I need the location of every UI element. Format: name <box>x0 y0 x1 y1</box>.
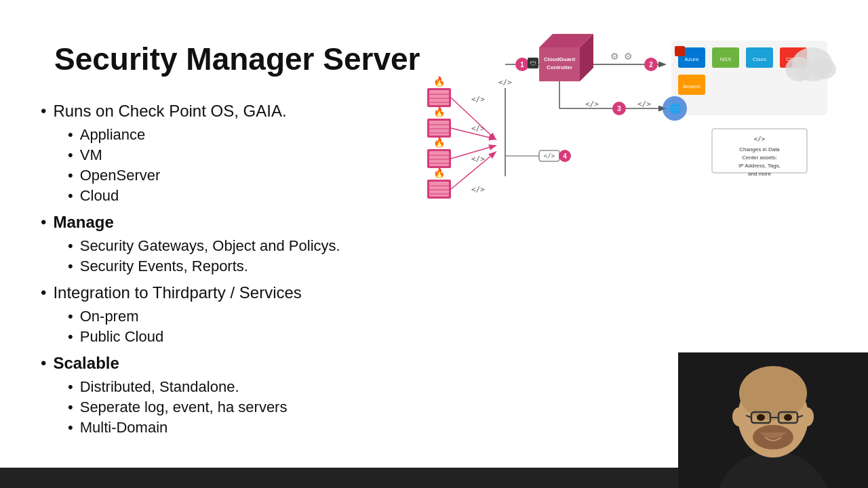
sub-bullet-dot: • <box>68 419 73 436</box>
svg-text:1: 1 <box>520 61 524 68</box>
svg-rect-7 <box>429 121 449 136</box>
scalable-label: Scalable <box>53 354 119 372</box>
sub-bullet-dot: • <box>68 328 73 346</box>
section-scalable: • Scalable • Distributed, Standalone. • … <box>41 354 434 436</box>
svg-text:🔥: 🔥 <box>433 106 446 118</box>
bottom-bar <box>0 468 678 488</box>
sub-item-multidomain: • Multi-Domain <box>68 419 434 436</box>
publiccloud-label: Public Cloud <box>80 328 164 346</box>
events-label: Security Events, Reports. <box>80 258 248 275</box>
sub-bullet-dot: • <box>68 258 73 275</box>
section-manage: • Manage • Security Gateways, Object and… <box>41 213 434 275</box>
svg-text:2: 2 <box>649 61 653 68</box>
svg-point-75 <box>812 59 836 79</box>
sub-bullet-dot: • <box>68 187 73 205</box>
svg-text:Azure: Azure <box>685 56 699 62</box>
svg-text:Cisco: Cisco <box>753 56 767 62</box>
svg-text:🔥: 🔥 <box>433 137 446 148</box>
presenter-video <box>678 352 868 488</box>
runs-on-label: Runs on Check Point OS, GAIA. <box>53 102 286 121</box>
manage-label: Manage <box>53 213 113 231</box>
bullet-dot: • <box>41 102 46 121</box>
sub-item-events: • Security Events, Reports. <box>68 258 434 275</box>
sub-bullet-dot: • <box>68 126 73 144</box>
onprem-label: On-prem <box>80 308 139 325</box>
bullet-item-runs-on: • Runs on Check Point OS, GAIA. <box>41 102 434 121</box>
cloud-label: Cloud <box>80 187 119 205</box>
bullet-dot: • <box>41 213 46 232</box>
diagram-svg: 🔥 🔥 🔥 <box>407 20 841 237</box>
svg-text:IP Address, Tags,: IP Address, Tags, <box>738 163 781 169</box>
bullet-item-manage: • Manage <box>41 213 434 232</box>
svg-text:</>: </> <box>637 100 651 108</box>
sub-item-onprem: • On-prem <box>68 308 434 325</box>
sub-bullet-dot: • <box>68 378 73 396</box>
svg-text:⚙: ⚙ <box>624 51 633 62</box>
slide-title: Security Manager Server <box>54 41 420 77</box>
svg-point-90 <box>800 407 814 426</box>
svg-text:🔥: 🔥 <box>433 76 446 87</box>
bullet-list: • Runs on Check Point OS, GAIA. • Applia… <box>41 102 434 445</box>
section-integration: • Integration to Thirdparty / Services •… <box>41 283 434 346</box>
sub-item-openserver: • OpenServer <box>68 167 434 184</box>
sub-item-distributed: • Distributed, Standalone. <box>68 378 434 396</box>
section-runs-on: • Runs on Check Point OS, GAIA. • Applia… <box>41 102 434 205</box>
svg-point-89 <box>732 407 746 426</box>
svg-text:⚙: ⚙ <box>610 51 619 62</box>
svg-text:</>: </> <box>471 95 485 104</box>
sub-item-logserver: • Seperate log, event, ha servers <box>68 399 434 416</box>
sub-item-gateways: • Security Gateways, Object and Policys. <box>68 237 434 255</box>
svg-text:3: 3 <box>617 105 621 113</box>
sub-bullet-dot: • <box>68 237 73 255</box>
openserver-label: OpenServer <box>80 167 161 184</box>
svg-point-97 <box>784 414 792 421</box>
svg-text:</>: </> <box>471 185 485 194</box>
sub-item-publiccloud: • Public Cloud <box>68 328 434 346</box>
webcam-area <box>678 352 868 488</box>
svg-text:4: 4 <box>563 152 567 160</box>
svg-text:🔥: 🔥 <box>433 167 446 179</box>
svg-rect-19 <box>429 182 449 197</box>
svg-text:NSX: NSX <box>720 56 732 62</box>
appliance-label: Appliance <box>80 126 146 144</box>
svg-rect-66 <box>675 46 685 56</box>
svg-text:Amazon: Amazon <box>683 84 701 89</box>
svg-text:</>: </> <box>471 124 485 133</box>
bullet-item-scalable: • Scalable <box>41 354 434 373</box>
svg-text:CloudGuard: CloudGuard <box>544 56 575 62</box>
svg-point-74 <box>785 57 812 81</box>
svg-rect-13 <box>429 151 449 166</box>
svg-text:</>: </> <box>498 78 512 87</box>
sub-bullet-dot: • <box>68 399 73 416</box>
presenter-silhouette <box>678 352 868 488</box>
svg-text:</>: </> <box>754 136 766 142</box>
svg-text:🛡: 🛡 <box>530 60 536 67</box>
svg-rect-1 <box>429 90 449 105</box>
multidomain-label: Multi-Domain <box>80 419 168 436</box>
integration-label: Integration to Thirdparty / Services <box>53 283 301 302</box>
slide: Security Manager Server • Runs on Check … <box>0 0 868 488</box>
sub-item-appliance: • Appliance <box>68 126 434 144</box>
sub-bullet-dot: • <box>68 167 73 184</box>
bullet-item-integration: • Integration to Thirdparty / Services <box>41 283 434 302</box>
svg-point-96 <box>757 414 765 421</box>
diagram-area: 🔥 🔥 🔥 <box>407 20 841 237</box>
bullet-dot: • <box>41 283 46 302</box>
svg-text:</>: </> <box>585 100 599 108</box>
sub-bullet-dot: • <box>68 308 73 325</box>
sub-item-cloud: • Cloud <box>68 187 434 205</box>
svg-text:🌐: 🌐 <box>669 103 682 115</box>
sub-bullet-dot: • <box>68 146 73 164</box>
bullet-dot: • <box>41 354 46 373</box>
svg-text:Controller: Controller <box>547 64 572 70</box>
svg-text:Center assets:: Center assets: <box>742 155 777 161</box>
gateways-label: Security Gateways, Object and Policys. <box>80 237 340 255</box>
sub-item-vm: • VM <box>68 146 434 164</box>
logserver-label: Seperate log, event, ha servers <box>80 399 288 416</box>
vm-label: VM <box>80 146 102 164</box>
svg-text:and more: and more <box>748 171 771 177</box>
distributed-label: Distributed, Standalone. <box>80 378 239 396</box>
svg-text:Changes in Data: Changes in Data <box>739 146 780 152</box>
svg-text:</>: </> <box>544 152 555 159</box>
